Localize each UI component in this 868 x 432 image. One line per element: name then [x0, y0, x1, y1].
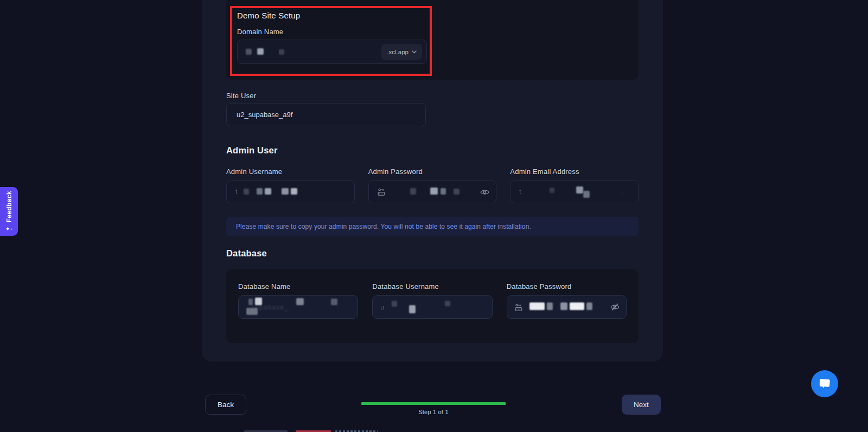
database-username-input[interactable]: u: [372, 295, 492, 319]
database-name-input[interactable]: _supabase_: [238, 295, 358, 319]
redacted-text: .: [521, 181, 631, 203]
database-name-field: Database Name _supabase_: [238, 282, 358, 319]
chat-bubble-icon: [818, 378, 831, 390]
admin-password-field: Admin Password: [368, 167, 497, 203]
redacted-text: [237, 187, 297, 197]
hide-password-icon[interactable]: [610, 303, 620, 311]
progress-fill: [361, 402, 506, 405]
demo-site-setup-title: Demo Site Setup: [237, 11, 300, 20]
database-section: Database Name _supabase_ Database Us: [226, 269, 639, 343]
domain-suffix-value: .xcl.app: [387, 49, 409, 55]
feedback-tab-label: Feedback: [5, 191, 13, 223]
admin-user-heading: Admin User: [226, 145, 278, 156]
admin-password-input[interactable]: [368, 180, 497, 203]
progress-track: [361, 402, 506, 405]
admin-fields-row: Admin Username t Admin Password: [226, 167, 639, 203]
database-username-label: Database Username: [372, 282, 492, 291]
database-password-field: Database Password: [507, 282, 627, 319]
redacted-text: [387, 187, 459, 197]
generate-password-icon: [378, 188, 387, 196]
redacted-text: [246, 47, 284, 57]
setup-wizard-panel: Demo Site Setup Domain Name .xcl.app Sit: [202, 0, 663, 362]
demo-site-setup-section: Demo Site Setup Domain Name .xcl.app: [226, 0, 639, 80]
redacted-fragment: t: [235, 188, 237, 196]
site-user-value: u2_supabase_a9f: [237, 111, 292, 119]
sparkle-icon: ✦✧: [5, 226, 12, 232]
site-user-label: Site User: [226, 92, 256, 100]
database-password-input[interactable]: [507, 295, 627, 319]
page: Demo Site Setup Domain Name .xcl.app Sit: [0, 0, 868, 432]
show-password-icon[interactable]: [480, 189, 489, 196]
admin-password-label: Admin Password: [368, 167, 497, 176]
domain-suffix-dropdown[interactable]: .xcl.app: [381, 44, 422, 60]
chat-widget-button[interactable]: [811, 370, 838, 397]
database-fields-row: Database Name _supabase_ Database Us: [238, 282, 627, 319]
wizard-progress: Step 1 of 1: [352, 402, 515, 415]
note-text: Please make sure to copy your admin pass…: [236, 223, 531, 230]
admin-email-input[interactable]: t .: [510, 180, 639, 203]
step-indicator: Step 1 of 1: [352, 409, 515, 415]
database-password-label: Database Password: [507, 282, 627, 291]
database-name-label: Database Name: [238, 282, 358, 291]
database-username-field: Database Username u: [372, 282, 492, 319]
domain-name-input[interactable]: .xcl.app: [237, 40, 427, 64]
admin-email-label: Admin Email Address: [510, 167, 639, 176]
redacted-fragment: u: [380, 304, 384, 311]
admin-username-label: Admin Username: [226, 167, 355, 176]
back-button[interactable]: Back: [205, 395, 246, 415]
admin-username-input[interactable]: t: [226, 180, 355, 203]
domain-name-label: Domain Name: [237, 28, 283, 36]
redacted-text: [524, 302, 593, 312]
admin-email-field: Admin Email Address t .: [510, 167, 639, 203]
admin-username-field: Admin Username t: [226, 167, 355, 203]
database-heading: Database: [226, 248, 267, 259]
site-user-input[interactable]: u2_supabase_a9f: [226, 103, 426, 126]
generate-password-icon: [515, 303, 524, 312]
admin-password-note: Please make sure to copy your admin pass…: [226, 217, 639, 236]
next-button[interactable]: Next: [622, 395, 661, 415]
chevron-down-icon: [412, 50, 417, 54]
redacted-text: [384, 296, 486, 318]
feedback-tab[interactable]: Feedback ✦✧: [0, 187, 18, 236]
